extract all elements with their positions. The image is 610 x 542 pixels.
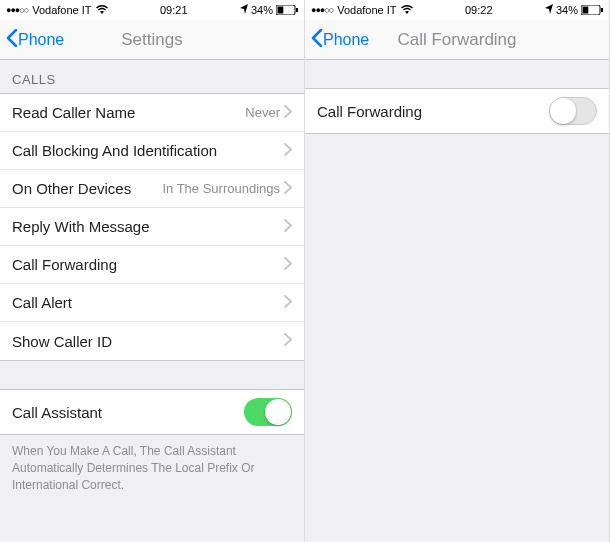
chevron-right-icon bbox=[284, 332, 292, 350]
row-other-devices[interactable]: On Other Devices In The Surroundings bbox=[0, 170, 304, 208]
wifi-icon bbox=[96, 4, 108, 16]
back-button[interactable]: Phone bbox=[6, 29, 64, 51]
chevron-left-icon bbox=[311, 29, 323, 51]
group-calls: Read Caller Name Never Call Blocking And… bbox=[0, 93, 304, 361]
section-header-calls: CALLS bbox=[0, 60, 304, 93]
status-bar: ●●●○○ Vodafone IT 09:22 34% bbox=[305, 0, 609, 20]
group-assistant: Call Assistant bbox=[0, 389, 304, 435]
row-label: Call Alert bbox=[12, 294, 284, 311]
row-call-forwarding[interactable]: Call Forwarding bbox=[0, 246, 304, 284]
row-call-forwarding-toggle[interactable]: Call Forwarding bbox=[305, 89, 609, 133]
battery-pct: 34% bbox=[556, 4, 578, 16]
page-title: Settings bbox=[121, 30, 182, 50]
back-label: Phone bbox=[323, 31, 369, 49]
svg-rect-1 bbox=[277, 7, 283, 14]
row-value: In The Surroundings bbox=[162, 181, 280, 196]
chevron-right-icon bbox=[284, 104, 292, 122]
screen-call-forwarding: ●●●○○ Vodafone IT 09:22 34% Phone Call F… bbox=[305, 0, 610, 542]
row-label: Show Caller ID bbox=[12, 333, 284, 350]
row-call-blocking[interactable]: Call Blocking And Identification bbox=[0, 132, 304, 170]
row-call-alert[interactable]: Call Alert bbox=[0, 284, 304, 322]
chevron-right-icon bbox=[284, 256, 292, 274]
chevron-right-icon bbox=[284, 180, 292, 198]
row-label: Call Forwarding bbox=[317, 103, 549, 120]
row-label: Call Forwarding bbox=[12, 256, 284, 273]
chevron-right-icon bbox=[284, 142, 292, 160]
content-scroll[interactable]: Call Forwarding bbox=[305, 60, 609, 542]
svg-rect-2 bbox=[296, 8, 298, 12]
row-reply-with-message[interactable]: Reply With Message bbox=[0, 208, 304, 246]
toggle-call-forwarding[interactable] bbox=[549, 97, 597, 125]
row-label: Reply With Message bbox=[12, 218, 284, 235]
wifi-icon bbox=[401, 4, 413, 16]
battery-icon bbox=[276, 5, 298, 15]
row-label: On Other Devices bbox=[12, 180, 162, 197]
content-scroll[interactable]: CALLS Read Caller Name Never Call Blocki… bbox=[0, 60, 304, 542]
row-value: Never bbox=[245, 105, 280, 120]
status-time: 09:22 bbox=[465, 4, 493, 16]
row-call-assistant[interactable]: Call Assistant bbox=[0, 390, 304, 434]
carrier-label: Vodafone IT bbox=[337, 4, 396, 16]
location-icon bbox=[545, 4, 553, 16]
signal-dots-icon: ●●●○○ bbox=[6, 5, 28, 15]
chevron-right-icon bbox=[284, 218, 292, 236]
back-button[interactable]: Phone bbox=[311, 29, 369, 51]
carrier-label: Vodafone IT bbox=[32, 4, 91, 16]
group-forwarding: Call Forwarding bbox=[305, 88, 609, 134]
back-label: Phone bbox=[18, 31, 64, 49]
nav-bar: Phone Call Forwarding bbox=[305, 20, 609, 60]
row-show-caller-id[interactable]: Show Caller ID bbox=[0, 322, 304, 360]
row-label: Read Caller Name bbox=[12, 104, 245, 121]
battery-icon bbox=[581, 5, 603, 15]
assistant-footer-text: When You Make A Call, The Call Assistant… bbox=[0, 435, 304, 513]
location-icon bbox=[240, 4, 248, 16]
page-title: Call Forwarding bbox=[397, 30, 516, 50]
status-bar: ●●●○○ Vodafone IT 09:21 34% bbox=[0, 0, 304, 20]
screen-phone-settings: ●●●○○ Vodafone IT 09:21 34% Phone Settin… bbox=[0, 0, 305, 542]
svg-rect-5 bbox=[601, 8, 603, 12]
svg-rect-4 bbox=[582, 7, 588, 14]
row-label: Call Blocking And Identification bbox=[12, 142, 284, 159]
chevron-left-icon bbox=[6, 29, 18, 51]
row-read-caller-name[interactable]: Read Caller Name Never bbox=[0, 94, 304, 132]
toggle-call-assistant[interactable] bbox=[244, 398, 292, 426]
battery-pct: 34% bbox=[251, 4, 273, 16]
signal-dots-icon: ●●●○○ bbox=[311, 5, 333, 15]
row-label: Call Assistant bbox=[12, 404, 244, 421]
chevron-right-icon bbox=[284, 294, 292, 312]
nav-bar: Phone Settings bbox=[0, 20, 304, 60]
status-time: 09:21 bbox=[160, 4, 188, 16]
